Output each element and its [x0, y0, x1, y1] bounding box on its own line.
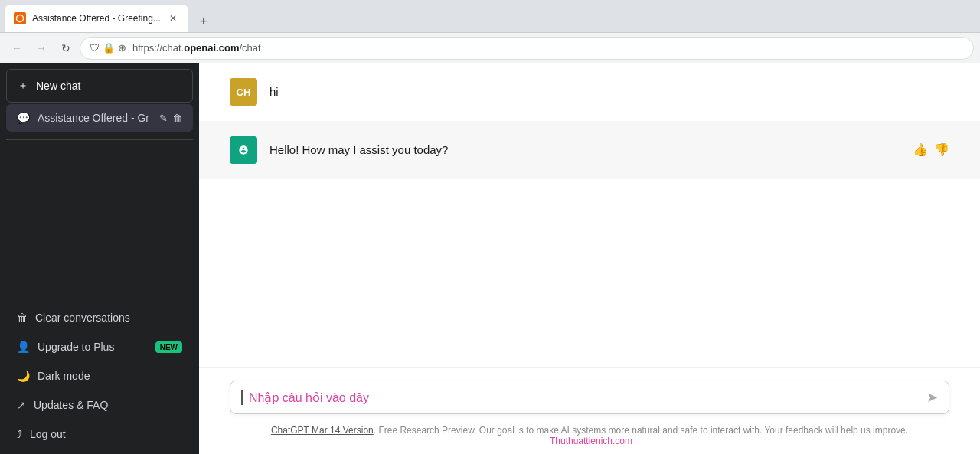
thumbs-down-button[interactable]: 👎: [934, 142, 949, 157]
upgrade-label: Upgrade to Plus: [38, 341, 114, 353]
tab-title: Assistance Offered - Greeting...: [32, 13, 161, 24]
active-tab[interactable]: Assistance Offered - Greeting... ✕: [5, 5, 188, 32]
site-info-icon: ⊕: [118, 42, 126, 54]
trash-icon: 🗑: [17, 312, 28, 324]
tab-close-button[interactable]: ✕: [167, 12, 179, 24]
assistant-message: Hello! How may I assist you today? 👍 👎: [199, 121, 980, 179]
external-link-icon: ↗: [17, 399, 26, 411]
nav-bar: ← → ↻ 🛡 🔒 ⊕ https://chat.openai.com/chat: [0, 32, 980, 63]
sidebar: ＋ New chat 💬 Assistance Offered - Gr ✎ 🗑…: [0, 63, 199, 454]
tab-favicon: [14, 12, 26, 24]
user-icon: 👤: [17, 341, 30, 353]
address-text: https://chat.openai.com/chat: [132, 42, 261, 54]
assistant-message-content: Hello! How may I assist you today?: [270, 136, 900, 159]
address-bar[interactable]: 🛡 🔒 ⊕ https://chat.openai.com/chat: [80, 37, 974, 60]
chatgpt-version-link[interactable]: ChatGPT Mar 14 Version: [271, 425, 374, 436]
reload-button[interactable]: ↻: [55, 38, 77, 59]
assistant-avatar: [230, 136, 257, 164]
url-domain: openai.com: [184, 42, 239, 54]
sidebar-item-upgrade[interactable]: 👤 Upgrade to Plus NEW: [6, 333, 193, 361]
chat-history-item[interactable]: 💬 Assistance Offered - Gr ✎ 🗑: [6, 104, 193, 132]
text-cursor: [241, 390, 243, 405]
app: ＋ New chat 💬 Assistance Offered - Gr ✎ 🗑…: [0, 63, 980, 454]
user-message: CH hi: [199, 63, 980, 121]
logout-label: Log out: [30, 428, 66, 440]
chat-icon: 💬: [17, 112, 30, 124]
logout-icon: ⤴: [17, 428, 22, 440]
sidebar-item-logout[interactable]: ⤴ Log out: [6, 420, 193, 448]
sidebar-divider: [6, 139, 193, 140]
delete-chat-button[interactable]: 🗑: [172, 113, 182, 124]
footer: ChatGPT Mar 14 Version. Free Research Pr…: [199, 420, 980, 454]
user-avatar: CH: [230, 78, 257, 106]
thumbs-up-button[interactable]: 👍: [913, 142, 928, 157]
back-button[interactable]: ←: [6, 38, 28, 59]
new-chat-button[interactable]: ＋ New chat: [6, 69, 193, 103]
message-actions: 👍 👎: [913, 136, 949, 157]
edit-chat-button[interactable]: ✎: [159, 113, 168, 124]
forward-button[interactable]: →: [31, 38, 52, 59]
user-avatar-initials: CH: [237, 87, 251, 98]
browser-chrome: Assistance Offered - Greeting... ✕ + ← →…: [0, 0, 980, 63]
input-box[interactable]: Nhập câu hỏi vào đây ➤: [230, 381, 949, 414]
watermark: Thuthuattienich.com: [550, 436, 632, 446]
send-button[interactable]: ➤: [926, 389, 938, 406]
sidebar-item-updates[interactable]: ↗ Updates & FAQ: [6, 391, 193, 419]
chat-messages: CH hi Hello! How may I assist you today?…: [199, 63, 980, 367]
input-area: Nhập câu hỏi vào đây ➤: [199, 367, 980, 420]
sidebar-item-clear[interactable]: 🗑 Clear conversations: [6, 304, 193, 332]
address-icons: 🛡 🔒 ⊕: [90, 42, 126, 54]
url-prefix: https://chat.: [132, 42, 184, 54]
security-icon: 🛡: [90, 42, 100, 54]
new-tab-button[interactable]: +: [193, 11, 214, 32]
main-chat-area: CH hi Hello! How may I assist you today?…: [199, 63, 980, 454]
url-path: /chat: [239, 42, 260, 54]
user-message-content: hi: [270, 78, 949, 101]
sidebar-item-dark[interactable]: 🌙 Dark mode: [6, 362, 193, 390]
input-placeholder: Nhập câu hỏi vào đây: [249, 390, 920, 405]
chat-item-title: Assistance Offered - Gr: [38, 112, 152, 124]
plus-icon: ＋: [18, 79, 28, 93]
sidebar-bottom: 🗑 Clear conversations 👤 Upgrade to Plus …: [6, 304, 193, 448]
moon-icon: 🌙: [17, 370, 30, 382]
updates-label: Updates & FAQ: [34, 399, 108, 411]
lock-icon: 🔒: [103, 42, 115, 54]
tab-bar: Assistance Offered - Greeting... ✕ +: [0, 0, 980, 32]
chat-item-actions: ✎ 🗑: [159, 113, 182, 124]
new-badge: NEW: [155, 341, 182, 353]
dark-mode-label: Dark mode: [38, 370, 90, 382]
footer-text: . Free Research Preview. Our goal is to …: [374, 425, 908, 436]
clear-conversations-label: Clear conversations: [35, 312, 130, 324]
new-chat-label: New chat: [36, 80, 80, 92]
